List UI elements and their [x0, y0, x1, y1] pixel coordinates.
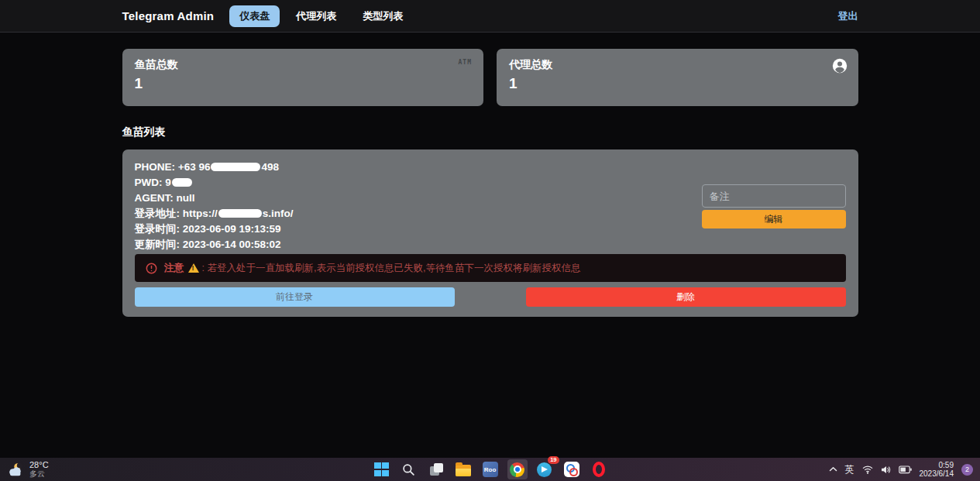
telegram-notification-badge: 19 [548, 456, 559, 464]
clock-date: 2023/6/14 [920, 469, 954, 479]
start-button[interactable] [372, 459, 392, 479]
update-time-line: 更新时间: 2023-06-14 00:58:02 [135, 237, 702, 253]
goto-login-button[interactable]: 前往登录 [135, 287, 455, 307]
app-brand: Telegram Admin [122, 9, 215, 22]
remark-input[interactable] [702, 184, 846, 208]
phone-line: PHONE: +63 96498 [135, 160, 702, 175]
fish-info-block: PHONE: +63 96498 PWD: 9 AGENT: null 登录地址… [135, 160, 702, 253]
notification-count-badge[interactable]: 2 [961, 464, 973, 476]
taskbar-weather-widget[interactable]: 28°C 多云 [0, 461, 49, 478]
opera-icon [593, 462, 605, 477]
ime-language-indicator[interactable]: 英 [845, 463, 854, 476]
actions-row: 前往登录 删除 [135, 287, 846, 307]
stats-row: 鱼苗总数 1 ATM 代理总数 1 [122, 49, 858, 106]
redaction-blob [218, 209, 262, 218]
fish-card-top: PHONE: +63 96498 PWD: 9 AGENT: null 登录地址… [135, 160, 846, 253]
update-time-label: 更新时间: [135, 239, 181, 250]
tab-dashboard[interactable]: 仪表盘 [229, 5, 280, 27]
rings-app-button[interactable] [562, 459, 582, 479]
phone-label: PHONE: [135, 161, 176, 173]
stat-value: 1 [509, 75, 846, 92]
chevron-up-icon[interactable] [829, 466, 837, 472]
redaction-blob [211, 163, 260, 171]
redaction-blob [172, 178, 192, 187]
person-circle-icon [831, 57, 848, 74]
warning-triangle-icon: ! [188, 263, 199, 273]
windows-taskbar: 28°C 多云 Roo 19 [0, 458, 980, 481]
notice-bar: 注意 ! : 若登入处于一直加载刷新,表示当前授权信息已失败,等待鱼苗下一次授权… [135, 254, 846, 282]
task-view-icon [428, 462, 444, 477]
rings-app-icon [564, 462, 579, 477]
atm-icon: ATM [459, 59, 472, 66]
stat-card-fish-total: 鱼苗总数 1 ATM [122, 49, 484, 106]
search-button[interactable] [399, 459, 419, 479]
clock-widget[interactable]: 0:59 2023/6/14 [920, 461, 954, 479]
delete-button[interactable]: 删除 [526, 287, 846, 307]
section-title-fish-list: 鱼苗列表 [122, 125, 858, 139]
wifi-icon[interactable] [862, 466, 873, 474]
folder-icon [456, 465, 471, 476]
login-url-suffix: s.info/ [263, 208, 294, 219]
weather-temp: 28°C [29, 461, 49, 469]
login-time-value: 2023-06-09 19:13:59 [183, 223, 281, 235]
main-content: 鱼苗总数 1 ATM 代理总数 1 鱼苗列表 PHONE: +63 96498 … [122, 33, 858, 317]
pwd-value: 9 [165, 177, 171, 188]
weather-text: 28°C 多云 [29, 461, 49, 478]
logout-link[interactable]: 登出 [838, 9, 858, 23]
login-url-line: 登录地址: https://s.info/ [135, 206, 702, 222]
agent-label: AGENT: [135, 192, 174, 204]
chrome-icon [510, 462, 524, 477]
stat-card-agent-total: 代理总数 1 [497, 49, 858, 106]
update-time-value: 2023-06-14 00:58:02 [183, 239, 281, 250]
system-tray: 英 0:59 2023/6/14 2 [829, 461, 980, 479]
login-time-line: 登录时间: 2023-06-09 19:13:59 [135, 222, 702, 237]
weather-condition: 多云 [29, 469, 49, 478]
top-navbar: Telegram Admin 仪表盘 代理列表 类型列表 登出 [0, 0, 980, 33]
battery-icon[interactable] [899, 466, 912, 474]
login-url-value: https:// [183, 208, 218, 219]
agent-value: null [177, 192, 195, 204]
fish-list-card: PHONE: +63 96498 PWD: 9 AGENT: null 登录地址… [122, 149, 858, 317]
opera-button[interactable] [589, 459, 609, 479]
stat-value: 1 [135, 75, 472, 92]
cloudy-night-icon [7, 462, 25, 477]
roo-app-button[interactable]: Roo [480, 459, 500, 479]
tab-type-list[interactable]: 类型列表 [352, 5, 413, 27]
chrome-button[interactable] [507, 459, 528, 479]
phone-value-suffix: 498 [261, 161, 279, 173]
alert-circle-icon [146, 263, 157, 274]
taskbar-center-icons: Roo 19 [372, 458, 609, 481]
file-explorer-button[interactable] [453, 459, 473, 479]
pwd-label: PWD: [135, 177, 163, 188]
roo-app-icon: Roo [483, 462, 498, 477]
edit-button[interactable]: 编辑 [702, 210, 846, 228]
navbar-inner: Telegram Admin 仪表盘 代理列表 类型列表 登出 [122, 0, 858, 32]
stat-title: 代理总数 [509, 58, 846, 72]
telegram-button[interactable]: 19 [535, 459, 555, 479]
tab-agent-list[interactable]: 代理列表 [286, 5, 346, 27]
volume-icon[interactable] [881, 466, 891, 474]
login-url-label: 登录地址: [135, 208, 181, 219]
notice-text: : 若登入处于一直加载刷新,表示当前授权信息已失败,等待鱼苗下一次授权将刷新授权… [202, 262, 581, 275]
search-icon [402, 463, 415, 476]
stat-title: 鱼苗总数 [135, 58, 472, 72]
phone-value: +63 96 [178, 161, 211, 173]
agent-line: AGENT: null [135, 191, 702, 206]
login-time-label: 登录时间: [135, 223, 181, 235]
remark-column: 编辑 [702, 184, 846, 253]
telegram-icon [537, 462, 552, 477]
windows-logo-icon [374, 462, 389, 477]
clock-time: 0:59 [920, 461, 954, 470]
task-view-button[interactable] [426, 459, 446, 479]
notice-label: 注意 [164, 261, 184, 275]
pwd-line: PWD: 9 [135, 175, 702, 191]
